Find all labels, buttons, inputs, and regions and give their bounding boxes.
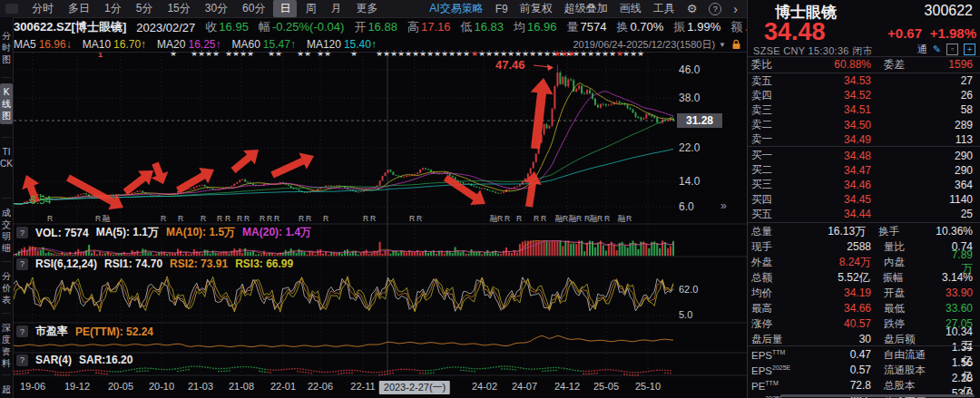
chevron-right-icon[interactable]: › xyxy=(733,2,738,16)
toolbar-item-AI交易策略[interactable]: AI交易策略 xyxy=(429,1,483,16)
x-tick-20-10: 20-10 xyxy=(149,381,174,392)
field-低: 低16.83 xyxy=(460,19,504,35)
board-icon[interactable]: ▫ xyxy=(946,44,958,55)
sidebar: 分时图K线图TICK成交明细分价表深度资料超 xyxy=(0,17,14,398)
ask-row-卖三: 卖三34.5158 xyxy=(751,102,973,117)
tab-1分[interactable]: 1分 xyxy=(98,0,128,17)
tab-分时[interactable]: 分时 xyxy=(25,0,60,17)
last-price: 34.48 xyxy=(764,18,826,46)
stat-row-EPS: EPS2025E0.57流通股本1.56亿 xyxy=(751,363,973,377)
help-icon[interactable]: ? xyxy=(16,325,28,337)
ma-item-MA20: MA2016.25↑ xyxy=(157,38,220,51)
x-tick-24-12: 24-12 xyxy=(554,381,580,392)
edit-pencil-icon[interactable]: ✎ xyxy=(933,44,941,55)
app-menu-icon[interactable] xyxy=(5,4,18,14)
field-均: 均16.96 xyxy=(514,19,557,35)
weicha-label: 委差 xyxy=(884,58,944,72)
trend-arrow-annotation xyxy=(176,168,214,193)
rights-marker: R xyxy=(626,214,632,223)
info-bar: 300622.SZ[博士眼镜] 2023/02/27 收16.95幅-0.25%… xyxy=(14,18,747,36)
x-tick-2023-2-27(一)[interactable]: 2023-2-27(一) xyxy=(379,381,450,394)
ma-bar: MA516.96↓MA1016.70↑MA2016.25↑MA6015.47↑M… xyxy=(14,37,747,52)
toolbar-item-工具[interactable]: 工具 xyxy=(653,1,675,16)
y-axis-label: 46.0 xyxy=(679,63,700,76)
trend-arrow-annotation xyxy=(444,175,485,205)
help-icon[interactable]: ? xyxy=(16,258,28,270)
sidebar-item-TICK[interactable]: TICK xyxy=(0,143,13,172)
rights-marker: R xyxy=(576,214,582,223)
rights-marker: R xyxy=(244,214,250,223)
rights-marker: 融 xyxy=(490,214,498,223)
trend-arrow-annotation xyxy=(152,162,169,185)
sidebar-item-K线图[interactable]: K线图 xyxy=(0,83,13,124)
horizontal-scrollbar[interactable] xyxy=(780,394,975,397)
tab-日[interactable]: 日 xyxy=(273,0,297,17)
rights-marker: R xyxy=(267,214,272,223)
settings-gear-icon[interactable]: ⚙ xyxy=(687,2,698,15)
add-watchlist-icon[interactable]: ＋ xyxy=(964,44,975,55)
lock-icon[interactable] xyxy=(731,39,741,50)
field-量: 量7574 xyxy=(567,19,607,35)
x-tick-22-01: 22-01 xyxy=(270,381,296,392)
rsi-axis-label: 62.0 xyxy=(679,284,698,295)
x-tick-20-05: 20-05 xyxy=(108,381,133,392)
date-range-selector[interactable]: 2019/06/24-2025/12/23(1580日) ▼ xyxy=(573,38,748,52)
rights-marker: R xyxy=(95,214,101,223)
sidebar-item-成交明细[interactable]: 成交明细 xyxy=(0,204,13,257)
toolbar-item-前复权[interactable]: 前复权 xyxy=(520,1,553,16)
ma-item-MA120: MA12015.40↑ xyxy=(307,38,377,51)
x-tick-25-05: 25-05 xyxy=(593,381,619,392)
peak-price-annotation: 47.46 xyxy=(495,58,525,72)
trading-terminal: ★★★★★★★★★★★★★★★★★★★★★★★★★★★★★★★★★★★★★★★★… xyxy=(0,0,980,398)
collapse-panel-icon[interactable]: » xyxy=(720,199,727,212)
trend-arrow-annotation xyxy=(531,78,554,150)
rights-marker: R xyxy=(409,214,415,223)
rights-marker: R xyxy=(225,214,230,223)
rights-marker: R xyxy=(534,214,539,223)
indicator-header-rsi: ?RSI(6,12,24)RSI1: 74.70RSI2: 73.91RSI3:… xyxy=(16,257,293,270)
rights-marker: 融 xyxy=(103,214,111,223)
low-price-annotation: 6.54 xyxy=(30,194,51,207)
tab-月[interactable]: 月 xyxy=(324,0,348,17)
rights-marker: R xyxy=(237,214,242,223)
price-change: +0.67 xyxy=(887,25,922,41)
toolbar: 分时多日1分5分15分30分60分日周月更多 AI交易策略F9前复权超级叠加画线… xyxy=(0,0,747,18)
rights-marker: R xyxy=(516,214,522,223)
tab-60分[interactable]: 60分 xyxy=(236,0,271,17)
tab-更多[interactable]: 更多 xyxy=(349,0,384,17)
trend-arrow-annotation xyxy=(524,171,542,208)
tab-周[interactable]: 周 xyxy=(299,0,322,17)
sidebar-item-分价表[interactable]: 分价表 xyxy=(0,267,13,308)
rights-marker: R xyxy=(563,214,568,223)
rights-marker: 融 xyxy=(590,214,598,223)
ma-item-MA60: MA6015.47↑ xyxy=(232,38,296,51)
tab-多日[interactable]: 多日 xyxy=(62,0,96,17)
help-icon[interactable]: ? xyxy=(16,354,28,366)
help-icon[interactable]: ? xyxy=(709,3,721,15)
toolbar-item-画线[interactable]: 画线 xyxy=(620,1,642,16)
rights-marker: R xyxy=(178,214,183,223)
sidebar-item-超[interactable]: 超 xyxy=(0,381,13,398)
rights-marker: R xyxy=(541,214,546,223)
help-icon[interactable]: ? xyxy=(16,227,28,238)
tong-badge: 通 xyxy=(917,43,927,56)
quote-fields: 收16.95幅-0.25%(-0.04)开16.88高17.16低16.83均1… xyxy=(205,19,756,35)
tab-5分[interactable]: 5分 xyxy=(130,0,160,17)
sidebar-item-分时图[interactable]: 分时图 xyxy=(0,27,13,68)
indicator-header-vol: ?VOL: 7574MA(5): 1.1万MA(10): 1.5万MA(20):… xyxy=(16,225,311,240)
weibi-label: 委比 xyxy=(751,58,789,72)
toolbar-item-超级叠加[interactable]: 超级叠加 xyxy=(564,1,608,16)
tab-15分[interactable]: 15分 xyxy=(161,0,196,17)
x-tick-24-02: 24-02 xyxy=(472,381,497,392)
stock-code-name[interactable]: 300622.SZ[博士眼镜] xyxy=(14,19,126,35)
toolbar-item-F9[interactable]: F9 xyxy=(495,3,508,15)
tab-30分[interactable]: 30分 xyxy=(199,0,234,17)
y-axis-label: 6.0 xyxy=(679,200,694,213)
bid-row-买五: 买五34.4425 xyxy=(751,207,973,221)
bid-row-买四: 买四34.451140 xyxy=(751,192,973,207)
x-tick-22-06: 22-06 xyxy=(308,381,333,392)
field-换: 换0.70% xyxy=(616,19,663,35)
ma-item-MA10: MA1016.70↑ xyxy=(83,38,146,51)
sidebar-item-深度资料[interactable]: 深度资料 xyxy=(0,319,13,372)
stat-row-涨停: 涨停40.57跌停27.05 xyxy=(751,316,973,331)
